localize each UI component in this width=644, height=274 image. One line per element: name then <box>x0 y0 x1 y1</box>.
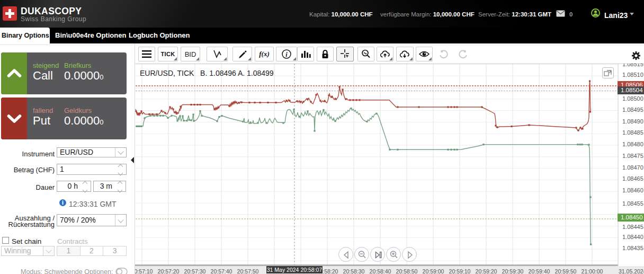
svg-text:i: i <box>285 51 288 58</box>
